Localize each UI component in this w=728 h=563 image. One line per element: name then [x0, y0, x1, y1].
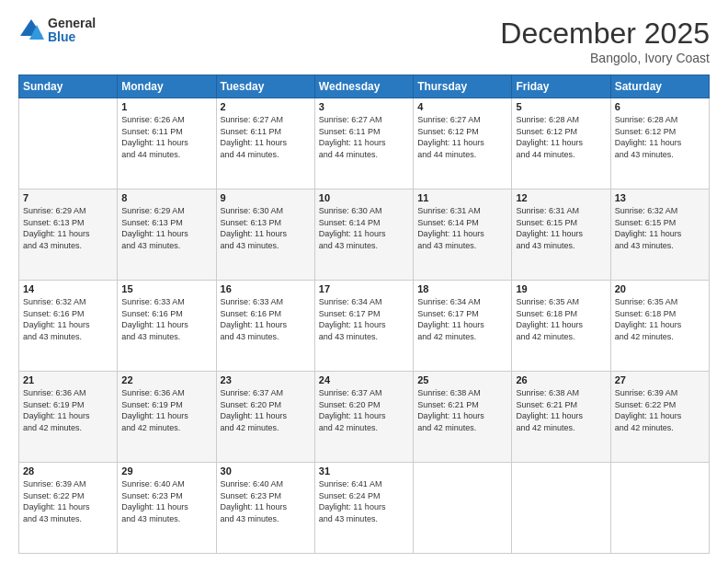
calendar-cell: 7Sunrise: 6:29 AMSunset: 6:13 PMDaylight…	[19, 190, 118, 281]
day-number: 8	[121, 192, 211, 203]
page: General Blue December 2025 Bangolo, Ivor…	[0, 0, 728, 563]
day-info: Sunrise: 6:27 AMSunset: 6:11 PMDaylight:…	[319, 114, 409, 160]
day-info: Sunrise: 6:38 AMSunset: 6:21 PMDaylight:…	[516, 387, 606, 433]
day-number: 10	[319, 192, 409, 203]
calendar-cell: 28Sunrise: 6:39 AMSunset: 6:22 PMDayligh…	[19, 463, 118, 554]
calendar-cell: 5Sunrise: 6:28 AMSunset: 6:12 PMDaylight…	[512, 98, 610, 190]
calendar-cell: 27Sunrise: 6:39 AMSunset: 6:22 PMDayligh…	[610, 372, 709, 463]
day-number: 24	[319, 374, 409, 385]
calendar-cell: 22Sunrise: 6:36 AMSunset: 6:19 PMDayligh…	[118, 372, 216, 463]
day-info: Sunrise: 6:28 AMSunset: 6:12 PMDaylight:…	[615, 114, 705, 160]
calendar-cell: 25Sunrise: 6:38 AMSunset: 6:21 PMDayligh…	[414, 372, 512, 463]
day-info: Sunrise: 6:26 AMSunset: 6:11 PMDaylight:…	[121, 114, 211, 160]
calendar-cell	[610, 463, 709, 554]
day-info: Sunrise: 6:34 AMSunset: 6:17 PMDaylight:…	[319, 296, 409, 342]
header-day-saturday: Saturday	[610, 75, 709, 98]
day-number: 18	[417, 283, 507, 294]
calendar-cell: 24Sunrise: 6:37 AMSunset: 6:20 PMDayligh…	[314, 372, 413, 463]
calendar-cell: 1Sunrise: 6:26 AMSunset: 6:11 PMDaylight…	[118, 98, 216, 190]
day-number: 11	[417, 192, 507, 203]
day-info: Sunrise: 6:35 AMSunset: 6:18 PMDaylight:…	[516, 296, 606, 342]
header-row: SundayMondayTuesdayWednesdayThursdayFrid…	[19, 75, 710, 98]
calendar-cell: 4Sunrise: 6:27 AMSunset: 6:12 PMDaylight…	[414, 98, 512, 190]
calendar-cell: 9Sunrise: 6:30 AMSunset: 6:13 PMDaylight…	[216, 190, 314, 281]
day-info: Sunrise: 6:29 AMSunset: 6:13 PMDaylight:…	[23, 205, 113, 251]
calendar-cell: 11Sunrise: 6:31 AMSunset: 6:14 PMDayligh…	[414, 190, 512, 281]
day-number: 21	[23, 374, 113, 385]
day-info: Sunrise: 6:28 AMSunset: 6:12 PMDaylight:…	[516, 114, 606, 160]
day-number: 14	[23, 283, 113, 294]
calendar-cell: 30Sunrise: 6:40 AMSunset: 6:23 PMDayligh…	[216, 463, 314, 554]
day-number: 25	[417, 374, 507, 385]
calendar-cell: 23Sunrise: 6:37 AMSunset: 6:20 PMDayligh…	[216, 372, 314, 463]
day-number: 6	[615, 101, 705, 112]
calendar-cell: 18Sunrise: 6:34 AMSunset: 6:17 PMDayligh…	[414, 281, 512, 372]
calendar-week-4: 21Sunrise: 6:36 AMSunset: 6:19 PMDayligh…	[19, 372, 710, 463]
day-number: 26	[516, 374, 606, 385]
header-day-sunday: Sunday	[19, 75, 118, 98]
day-number: 29	[121, 465, 211, 477]
calendar-cell: 3Sunrise: 6:27 AMSunset: 6:11 PMDaylight…	[314, 98, 413, 190]
calendar-week-5: 28Sunrise: 6:39 AMSunset: 6:22 PMDayligh…	[19, 463, 710, 554]
calendar-cell: 2Sunrise: 6:27 AMSunset: 6:11 PMDaylight…	[216, 98, 314, 190]
calendar-title: December 2025	[500, 17, 710, 51]
day-info: Sunrise: 6:30 AMSunset: 6:14 PMDaylight:…	[319, 205, 409, 251]
calendar-cell: 8Sunrise: 6:29 AMSunset: 6:13 PMDaylight…	[118, 190, 216, 281]
calendar-cell: 31Sunrise: 6:41 AMSunset: 6:24 PMDayligh…	[314, 463, 413, 554]
day-info: Sunrise: 6:29 AMSunset: 6:13 PMDaylight:…	[121, 205, 211, 251]
calendar-cell: 15Sunrise: 6:33 AMSunset: 6:16 PMDayligh…	[118, 281, 216, 372]
day-number: 22	[121, 374, 211, 385]
calendar-week-3: 14Sunrise: 6:32 AMSunset: 6:16 PMDayligh…	[19, 281, 710, 372]
day-info: Sunrise: 6:30 AMSunset: 6:13 PMDaylight:…	[221, 205, 311, 251]
header-day-friday: Friday	[512, 75, 610, 98]
calendar-cell: 6Sunrise: 6:28 AMSunset: 6:12 PMDaylight…	[610, 98, 709, 190]
day-info: Sunrise: 6:40 AMSunset: 6:23 PMDaylight:…	[121, 478, 211, 524]
day-number: 1	[121, 101, 211, 112]
day-number: 7	[23, 192, 113, 203]
calendar-location: Bangolo, Ivory Coast	[500, 51, 710, 65]
day-info: Sunrise: 6:32 AMSunset: 6:16 PMDaylight:…	[23, 296, 113, 342]
day-number: 17	[319, 283, 409, 294]
day-number: 13	[615, 192, 705, 203]
day-info: Sunrise: 6:34 AMSunset: 6:17 PMDaylight:…	[417, 296, 507, 342]
calendar-cell: 10Sunrise: 6:30 AMSunset: 6:14 PMDayligh…	[314, 190, 413, 281]
day-number: 4	[417, 101, 507, 112]
calendar-cell: 13Sunrise: 6:32 AMSunset: 6:15 PMDayligh…	[610, 190, 709, 281]
logo-blue-text: Blue	[48, 30, 96, 44]
day-info: Sunrise: 6:36 AMSunset: 6:19 PMDaylight:…	[121, 387, 211, 433]
calendar-cell: 21Sunrise: 6:36 AMSunset: 6:19 PMDayligh…	[19, 372, 118, 463]
header-day-monday: Monday	[118, 75, 216, 98]
day-number: 19	[516, 283, 606, 294]
logo-text: General Blue	[48, 17, 96, 45]
logo-icon	[18, 17, 44, 43]
day-number: 5	[516, 101, 606, 112]
day-info: Sunrise: 6:27 AMSunset: 6:12 PMDaylight:…	[417, 114, 507, 160]
day-number: 23	[221, 374, 311, 385]
day-info: Sunrise: 6:31 AMSunset: 6:14 PMDaylight:…	[417, 205, 507, 251]
day-info: Sunrise: 6:37 AMSunset: 6:20 PMDaylight:…	[221, 387, 311, 433]
calendar-week-1: 1Sunrise: 6:26 AMSunset: 6:11 PMDaylight…	[19, 98, 710, 190]
calendar-cell: 26Sunrise: 6:38 AMSunset: 6:21 PMDayligh…	[512, 372, 610, 463]
calendar-cell: 29Sunrise: 6:40 AMSunset: 6:23 PMDayligh…	[118, 463, 216, 554]
calendar-cell	[414, 463, 512, 554]
day-number: 2	[221, 101, 311, 112]
calendar-cell	[19, 98, 118, 190]
day-info: Sunrise: 6:39 AMSunset: 6:22 PMDaylight:…	[23, 478, 113, 524]
calendar-table: SundayMondayTuesdayWednesdayThursdayFrid…	[18, 75, 710, 554]
day-number: 27	[615, 374, 705, 385]
day-info: Sunrise: 6:36 AMSunset: 6:19 PMDaylight:…	[23, 387, 113, 433]
day-number: 16	[221, 283, 311, 294]
calendar-cell: 12Sunrise: 6:31 AMSunset: 6:15 PMDayligh…	[512, 190, 610, 281]
day-number: 9	[221, 192, 311, 203]
calendar-week-2: 7Sunrise: 6:29 AMSunset: 6:13 PMDaylight…	[19, 190, 710, 281]
calendar-cell: 17Sunrise: 6:34 AMSunset: 6:17 PMDayligh…	[314, 281, 413, 372]
header-day-tuesday: Tuesday	[216, 75, 314, 98]
day-info: Sunrise: 6:37 AMSunset: 6:20 PMDaylight:…	[319, 387, 409, 433]
logo: General Blue	[18, 17, 96, 45]
day-info: Sunrise: 6:33 AMSunset: 6:16 PMDaylight:…	[121, 296, 211, 342]
day-number: 28	[23, 465, 113, 477]
calendar-cell: 14Sunrise: 6:32 AMSunset: 6:16 PMDayligh…	[19, 281, 118, 372]
day-number: 30	[221, 465, 311, 477]
title-block: December 2025 Bangolo, Ivory Coast	[500, 17, 710, 65]
header-day-wednesday: Wednesday	[314, 75, 413, 98]
